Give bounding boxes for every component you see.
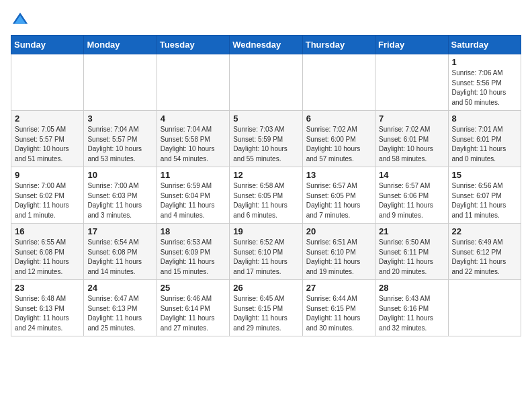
day-info: Sunrise: 7:04 AMSunset: 5:58 PMDaylight:… — [161, 125, 226, 164]
calendar-cell: 7Sunrise: 7:02 AMSunset: 6:01 PMDaylight… — [375, 111, 448, 167]
calendar-week-row: 23Sunrise: 6:48 AMSunset: 6:13 PMDayligh… — [11, 280, 521, 336]
day-number: 25 — [161, 283, 226, 293]
calendar-cell: 2Sunrise: 7:05 AMSunset: 5:57 PMDaylight… — [11, 111, 84, 167]
day-number: 20 — [306, 226, 371, 236]
day-info: Sunrise: 6:49 AMSunset: 6:12 PMDaylight:… — [452, 238, 517, 277]
calendar-cell: 8Sunrise: 7:01 AMSunset: 6:01 PMDaylight… — [448, 111, 521, 167]
calendar-cell: 27Sunrise: 6:44 AMSunset: 6:15 PMDayligh… — [302, 280, 375, 336]
calendar-cell: 23Sunrise: 6:48 AMSunset: 6:13 PMDayligh… — [11, 280, 84, 336]
day-number: 16 — [15, 226, 80, 236]
day-info: Sunrise: 7:01 AMSunset: 6:01 PMDaylight:… — [452, 125, 517, 164]
day-number: 7 — [379, 113, 444, 124]
day-number: 3 — [87, 113, 152, 124]
logo-icon — [11, 11, 30, 30]
day-info: Sunrise: 6:56 AMSunset: 6:07 PMDaylight:… — [452, 181, 517, 220]
day-info: Sunrise: 7:00 AMSunset: 6:03 PMDaylight:… — [87, 181, 152, 220]
day-number: 15 — [452, 170, 517, 180]
day-number: 13 — [306, 170, 371, 180]
day-info: Sunrise: 6:58 AMSunset: 6:05 PMDaylight:… — [233, 181, 298, 220]
weekday-header-row: SundayMondayTuesdayWednesdayThursdayFrid… — [11, 36, 521, 54]
day-info: Sunrise: 6:45 AMSunset: 6:15 PMDaylight:… — [233, 294, 298, 333]
day-info: Sunrise: 7:04 AMSunset: 5:57 PMDaylight:… — [87, 125, 152, 164]
calendar-cell: 14Sunrise: 6:57 AMSunset: 6:06 PMDayligh… — [375, 167, 448, 224]
calendar-week-row: 16Sunrise: 6:55 AMSunset: 6:08 PMDayligh… — [11, 224, 521, 280]
weekday-header-wednesday: Wednesday — [230, 36, 302, 54]
calendar-cell: 20Sunrise: 6:51 AMSunset: 6:10 PMDayligh… — [302, 224, 375, 280]
calendar-cell — [157, 54, 229, 111]
calendar-week-row: 1Sunrise: 7:06 AMSunset: 5:56 PMDaylight… — [11, 54, 521, 111]
calendar-cell: 24Sunrise: 6:47 AMSunset: 6:13 PMDayligh… — [84, 280, 157, 336]
calendar-week-row: 9Sunrise: 7:00 AMSunset: 6:02 PMDaylight… — [11, 167, 521, 224]
day-info: Sunrise: 6:44 AMSunset: 6:15 PMDaylight:… — [306, 294, 371, 333]
day-info: Sunrise: 7:00 AMSunset: 6:02 PMDaylight:… — [15, 181, 80, 220]
weekday-header-monday: Monday — [84, 36, 157, 54]
calendar-cell: 22Sunrise: 6:49 AMSunset: 6:12 PMDayligh… — [448, 224, 521, 280]
calendar-cell: 16Sunrise: 6:55 AMSunset: 6:08 PMDayligh… — [11, 224, 84, 280]
day-info: Sunrise: 6:48 AMSunset: 6:13 PMDaylight:… — [15, 294, 80, 333]
calendar-cell — [11, 54, 84, 111]
calendar-cell: 19Sunrise: 6:52 AMSunset: 6:10 PMDayligh… — [230, 224, 302, 280]
day-number: 27 — [306, 283, 371, 293]
calendar-week-row: 2Sunrise: 7:05 AMSunset: 5:57 PMDaylight… — [11, 111, 521, 167]
calendar-cell: 9Sunrise: 7:00 AMSunset: 6:02 PMDaylight… — [11, 167, 84, 224]
day-number: 5 — [233, 113, 298, 124]
day-info: Sunrise: 6:57 AMSunset: 6:06 PMDaylight:… — [379, 181, 444, 220]
weekday-header-thursday: Thursday — [302, 36, 375, 54]
day-info: Sunrise: 6:51 AMSunset: 6:10 PMDaylight:… — [306, 238, 371, 277]
day-number: 23 — [15, 283, 80, 293]
day-info: Sunrise: 6:54 AMSunset: 6:08 PMDaylight:… — [87, 238, 152, 277]
day-number: 24 — [87, 283, 152, 293]
logo — [11, 11, 32, 30]
calendar-cell: 18Sunrise: 6:53 AMSunset: 6:09 PMDayligh… — [157, 224, 229, 280]
calendar-cell: 21Sunrise: 6:50 AMSunset: 6:11 PMDayligh… — [375, 224, 448, 280]
day-number: 26 — [233, 283, 298, 293]
day-number: 21 — [379, 226, 444, 236]
calendar-cell: 12Sunrise: 6:58 AMSunset: 6:05 PMDayligh… — [230, 167, 302, 224]
calendar-cell — [448, 280, 521, 336]
day-info: Sunrise: 7:02 AMSunset: 6:01 PMDaylight:… — [379, 125, 444, 164]
day-info: Sunrise: 6:50 AMSunset: 6:11 PMDaylight:… — [379, 238, 444, 277]
day-info: Sunrise: 7:06 AMSunset: 5:56 PMDaylight:… — [452, 68, 517, 107]
calendar-cell: 15Sunrise: 6:56 AMSunset: 6:07 PMDayligh… — [448, 167, 521, 224]
calendar-cell — [302, 54, 375, 111]
day-number: 10 — [87, 170, 152, 180]
weekday-header-tuesday: Tuesday — [157, 36, 229, 54]
day-info: Sunrise: 6:59 AMSunset: 6:04 PMDaylight:… — [161, 181, 226, 220]
calendar-table: SundayMondayTuesdayWednesdayThursdayFrid… — [11, 35, 521, 336]
day-info: Sunrise: 6:52 AMSunset: 6:10 PMDaylight:… — [233, 238, 298, 277]
day-info: Sunrise: 6:53 AMSunset: 6:09 PMDaylight:… — [161, 238, 226, 277]
calendar-cell — [230, 54, 302, 111]
day-number: 14 — [379, 170, 444, 180]
calendar-cell: 26Sunrise: 6:45 AMSunset: 6:15 PMDayligh… — [230, 280, 302, 336]
day-number: 2 — [15, 113, 80, 124]
calendar-cell — [375, 54, 448, 111]
day-number: 6 — [306, 113, 371, 124]
calendar-cell: 11Sunrise: 6:59 AMSunset: 6:04 PMDayligh… — [157, 167, 229, 224]
calendar-cell: 6Sunrise: 7:02 AMSunset: 6:00 PMDaylight… — [302, 111, 375, 167]
day-number: 4 — [161, 113, 226, 124]
day-info: Sunrise: 7:02 AMSunset: 6:00 PMDaylight:… — [306, 125, 371, 164]
weekday-header-sunday: Sunday — [11, 36, 84, 54]
day-number: 22 — [452, 226, 517, 236]
calendar-cell: 10Sunrise: 7:00 AMSunset: 6:03 PMDayligh… — [84, 167, 157, 224]
calendar-cell: 5Sunrise: 7:03 AMSunset: 5:59 PMDaylight… — [230, 111, 302, 167]
calendar-cell: 17Sunrise: 6:54 AMSunset: 6:08 PMDayligh… — [84, 224, 157, 280]
day-info: Sunrise: 6:47 AMSunset: 6:13 PMDaylight:… — [87, 294, 152, 333]
day-number: 18 — [161, 226, 226, 236]
day-info: Sunrise: 6:55 AMSunset: 6:08 PMDaylight:… — [15, 238, 80, 277]
day-number: 8 — [452, 113, 517, 124]
page-header — [11, 11, 521, 30]
weekday-header-saturday: Saturday — [448, 36, 521, 54]
day-number: 12 — [233, 170, 298, 180]
day-number: 19 — [233, 226, 298, 236]
calendar-cell: 1Sunrise: 7:06 AMSunset: 5:56 PMDaylight… — [448, 54, 521, 111]
weekday-header-friday: Friday — [375, 36, 448, 54]
day-number: 11 — [161, 170, 226, 180]
day-info: Sunrise: 7:05 AMSunset: 5:57 PMDaylight:… — [15, 125, 80, 164]
calendar-cell — [84, 54, 157, 111]
calendar-cell: 3Sunrise: 7:04 AMSunset: 5:57 PMDaylight… — [84, 111, 157, 167]
day-number: 28 — [379, 283, 444, 293]
calendar-cell: 25Sunrise: 6:46 AMSunset: 6:14 PMDayligh… — [157, 280, 229, 336]
day-info: Sunrise: 7:03 AMSunset: 5:59 PMDaylight:… — [233, 125, 298, 164]
day-number: 9 — [15, 170, 80, 180]
